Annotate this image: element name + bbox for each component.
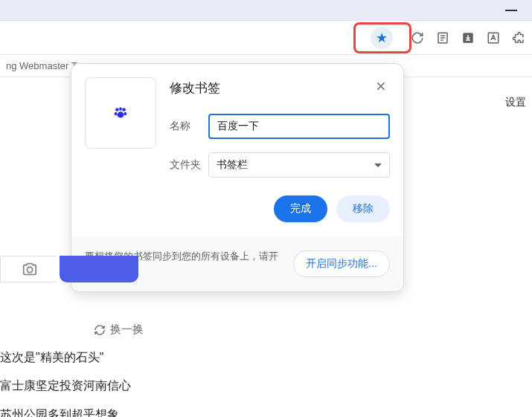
folder-selected-value: 书签栏 [217,158,248,172]
tab-label[interactable]: ng Webmaster T [6,60,77,71]
svg-point-9 [115,112,118,116]
refresh-icon [94,324,106,336]
refresh-label: 换一换 [110,323,144,337]
search-button-partial[interactable] [60,256,138,282]
news-item[interactable]: 这次是"精美的石头" [0,343,131,372]
extension-icon[interactable] [511,30,526,45]
browser-toolbar: ★ [0,21,532,55]
name-label: 名称 [170,120,208,133]
news-item[interactable]: 苏州公园多到超乎想象 [0,401,131,417]
folder-label: 文件夹 [170,158,208,172]
svg-point-8 [119,107,122,111]
minimize-icon[interactable] [505,10,517,11]
font-icon[interactable] [486,30,501,45]
bookmark-folder-select[interactable]: 书签栏 [208,152,390,178]
chevron-down-icon [374,164,382,167]
remove-button[interactable]: 移除 [336,195,390,222]
reader-icon[interactable] [435,30,450,45]
svg-point-13 [27,267,32,272]
settings-link[interactable]: 设置 [505,96,526,109]
close-button[interactable] [372,77,390,99]
svg-point-6 [115,108,119,111]
dialog-title: 修改书签 [170,80,220,97]
done-button[interactable]: 完成 [274,195,327,222]
svg-point-7 [122,108,126,111]
browser-titlebar [0,0,532,21]
bookmark-favicon [85,77,156,149]
download-icon[interactable] [461,30,475,45]
baidu-paw-icon [112,105,129,121]
bookmark-name-input[interactable] [208,114,390,139]
camera-icon [22,261,38,277]
bookmark-star-button[interactable]: ★ [371,27,393,49]
close-icon [375,80,387,92]
svg-point-10 [124,112,127,116]
reload-icon[interactable] [410,30,425,45]
news-list: 这次是"精美的石头" 富士康坚定投资河南信心 苏州公园多到超乎想象 [0,343,131,417]
refresh-news-button[interactable]: 换一换 [94,323,144,337]
star-icon: ★ [376,30,388,46]
enable-sync-button[interactable]: 开启同步功能... [293,250,390,277]
camera-button[interactable] [0,256,58,282]
news-item[interactable]: 富士康坚定投资河南信心 [0,372,131,400]
